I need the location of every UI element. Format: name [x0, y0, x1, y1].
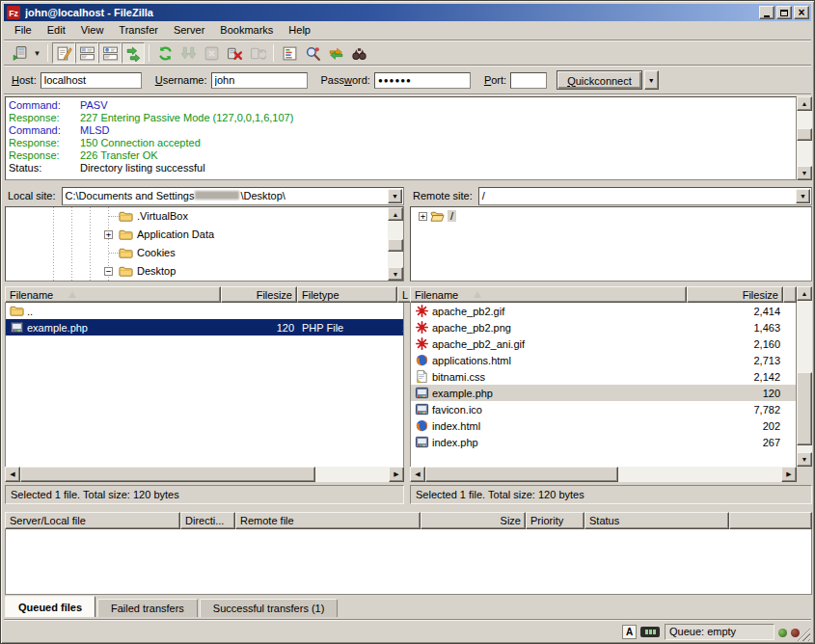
receive-indicator-led — [778, 629, 787, 637]
menu-help[interactable]: Help — [281, 21, 318, 40]
tab-queued-files[interactable]: Queued files — [5, 596, 95, 617]
file-row[interactable]: index.php267 — [411, 434, 796, 450]
tree-item[interactable]: Cookies — [6, 244, 403, 262]
queue-column-remotefile[interactable]: Remote file — [235, 512, 421, 529]
directory-listing-filters-button[interactable] — [278, 42, 301, 64]
expand-icon[interactable]: + — [104, 230, 113, 239]
chevron-down-icon[interactable]: ▼ — [796, 189, 810, 203]
disconnect-button[interactable] — [223, 42, 246, 64]
scroll-thumb[interactable] — [797, 128, 812, 141]
scroll-thumb[interactable] — [425, 467, 618, 482]
menu-view[interactable]: View — [73, 21, 112, 40]
scroll-up-button[interactable]: ▲ — [388, 207, 403, 221]
html-file-icon — [415, 353, 429, 367]
css-file-icon — [415, 369, 429, 384]
toggle-remote-tree-button[interactable] — [98, 42, 122, 64]
queue-column-status[interactable]: Status — [584, 512, 729, 529]
quickconnect-button[interactable]: Quickconnect — [557, 70, 642, 90]
toggle-message-log-button[interactable] — [52, 42, 75, 64]
site-manager-button[interactable] — [8, 42, 31, 64]
menu-transfer[interactable]: Transfer — [111, 21, 166, 40]
queue-column-serverlocalfile[interactable]: Server/Local file — [5, 512, 180, 529]
chevron-down-icon[interactable]: ▼ — [388, 189, 402, 203]
column-header-Filename[interactable]: Filename — [5, 286, 221, 303]
file-row[interactable]: favicon.ico7,782 — [411, 401, 796, 417]
tree-item[interactable]: +/ — [411, 207, 811, 226]
remote-site-combo[interactable]: / ▼ — [478, 187, 812, 205]
minimize-button[interactable] — [759, 6, 774, 19]
tree-item[interactable]: .VirtualBox — [6, 207, 403, 226]
queue-column-priority[interactable]: Priority — [526, 512, 584, 529]
file-row[interactable]: apache_pb2.png1,463 — [411, 319, 796, 335]
scroll-thumb[interactable] — [388, 239, 403, 252]
folder-icon — [119, 264, 133, 279]
scroll-up-button[interactable]: ▲ — [797, 96, 812, 111]
port-input[interactable] — [510, 72, 547, 89]
scroll-down-button[interactable]: ▼ — [797, 452, 812, 467]
scroll-right-button[interactable]: ▶ — [389, 467, 404, 482]
queue-column-directi[interactable]: Directi... — [180, 512, 235, 529]
file-row[interactable]: example.php120PHP File1 — [6, 319, 403, 335]
username-input[interactable] — [211, 72, 308, 89]
file-row[interactable]: example.php120 — [411, 385, 796, 401]
message-log-lines: Command:PASVResponse:227 Entering Passiv… — [5, 96, 797, 180]
expand-icon[interactable]: + — [419, 212, 427, 221]
find-files-button[interactable] — [347, 42, 370, 64]
column-header-blank — [783, 286, 797, 303]
file-row[interactable]: apache_pb2.gif2,414 — [411, 303, 796, 319]
speed-limit-icon — [640, 627, 660, 637]
send-indicator-led — [791, 629, 800, 637]
queue-column-blank — [729, 512, 812, 529]
scroll-thumb[interactable] — [797, 372, 812, 445]
collapse-icon[interactable]: − — [104, 267, 113, 276]
file-row[interactable]: bitnami.css2,142 — [411, 368, 796, 385]
menu-server[interactable]: Server — [166, 21, 212, 40]
tree-item[interactable]: −Desktop — [6, 262, 403, 281]
column-header-Filetype[interactable]: Filetype — [297, 286, 397, 303]
close-button[interactable]: × — [794, 6, 809, 19]
column-header-Filename[interactable]: Filename — [410, 286, 687, 303]
file-row[interactable]: .. — [6, 303, 403, 319]
refresh-button[interactable] — [153, 42, 177, 64]
menu-bookmarks[interactable]: Bookmarks — [212, 21, 281, 40]
queue-tabs: Queued filesFailed transfersSuccessful t… — [5, 596, 340, 617]
local-site-combo[interactable]: C:\Documents and Settings\Desktop\ ▼ — [62, 187, 404, 205]
scroll-down-button[interactable]: ▼ — [797, 166, 812, 180]
remote-status-text: Selected 1 file. Total size: 120 bytes — [410, 485, 812, 504]
tree-item[interactable]: +Application Data — [6, 226, 403, 244]
scroll-left-button[interactable]: ◀ — [5, 467, 20, 482]
remote-list-header: FilenameFilesize — [410, 286, 797, 303]
local-site-row: Local site: C:\Documents and Settings\De… — [5, 186, 404, 205]
directory-comparison-button[interactable] — [301, 42, 324, 64]
password-input[interactable] — [374, 72, 471, 89]
tab-successful-transfers-1-[interactable]: Successful transfers (1) — [200, 599, 339, 617]
scroll-right-button[interactable]: ▶ — [781, 467, 797, 482]
column-header-Filesize[interactable]: Filesize — [221, 286, 297, 303]
queue-column-size[interactable]: Size — [421, 512, 526, 529]
scroll-up-button[interactable]: ▲ — [797, 286, 812, 301]
maximize-button[interactable] — [776, 6, 792, 19]
minimize-icon — [764, 15, 770, 17]
toggle-local-tree-button[interactable] — [75, 42, 98, 64]
column-header-Filesize[interactable]: Filesize — [687, 286, 783, 303]
sort-ascending-icon — [474, 291, 481, 298]
scroll-down-button[interactable]: ▼ — [388, 267, 403, 281]
site-manager-dropdown-button[interactable]: ▼ — [31, 42, 43, 64]
menu-edit[interactable]: Edit — [40, 21, 73, 40]
tab-failed-transfers[interactable]: Failed transfers — [97, 599, 198, 617]
message-log: Command:PASVResponse:227 Entering Passiv… — [5, 96, 812, 180]
php-file-icon — [415, 435, 429, 449]
scroll-thumb[interactable] — [20, 467, 315, 482]
menu-file[interactable]: File — [7, 21, 40, 40]
file-row[interactable]: index.html202 — [411, 417, 796, 434]
file-row[interactable]: apache_pb2_ani.gif2,160 — [411, 335, 796, 352]
scrollbar-corner — [797, 467, 812, 482]
scroll-left-button[interactable]: ◀ — [410, 467, 425, 482]
file-name-cell: .. — [6, 303, 222, 319]
file-row[interactable]: applications.html2,713 — [411, 352, 796, 368]
log-label: Status: — [9, 162, 80, 174]
host-input[interactable] — [41, 72, 142, 89]
synchronized-browsing-button[interactable] — [324, 42, 347, 64]
quickconnect-dropdown-button[interactable]: ▼ — [644, 70, 659, 90]
toggle-transfer-queue-button[interactable] — [122, 42, 145, 64]
